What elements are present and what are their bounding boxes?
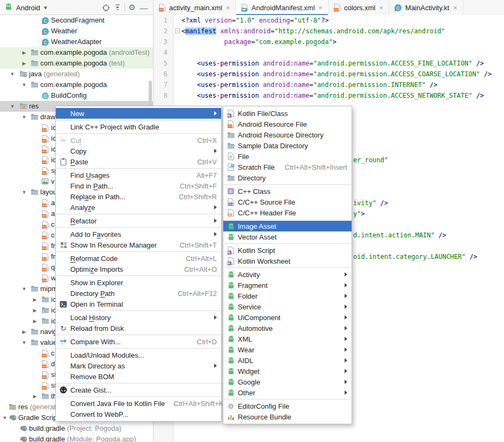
menu-item[interactable]: Mark Directory as [56, 360, 221, 371]
menu-item[interactable]: Find in Path...Ctrl+Shift+F [56, 180, 221, 191]
tree-item[interactable]: build.gradle (Module: Pogoda.app) [0, 434, 153, 442]
menu-item[interactable]: SC++ Class [223, 186, 352, 197]
hide-panel-icon[interactable]: — [138, 2, 150, 13]
tree-expand-arrow-icon[interactable]: ▶ [21, 50, 27, 55]
project-panel-header[interactable]: Android ▼ ⚙ — [0, 0, 153, 15]
menu-separator [224, 219, 351, 220]
tree-item[interactable]: ▶com.example.pogoda (androidTest) [0, 47, 153, 58]
tree-expand-arrow-icon[interactable]: ▶ [21, 61, 27, 66]
menu-item[interactable]: Refactor [56, 215, 221, 226]
menu-item[interactable]: PasteCtrl+V [56, 156, 221, 167]
toolbar-separator [125, 3, 125, 12]
menu-item[interactable]: ⚙EditorConfig File [223, 401, 352, 411]
menu-item-label: Analyze [68, 204, 95, 212]
collapse-all-icon[interactable] [112, 2, 123, 13]
project-view-selector[interactable]: Android [16, 4, 40, 12]
menu-item[interactable]: Scratch FileCtrl+Alt+Shift+Insert [223, 162, 352, 172]
menu-item[interactable]: Link C++ Project with Gradle [56, 121, 221, 132]
menu-item[interactable]: Vector Asset [223, 231, 352, 242]
tree-item[interactable]: ▼com.example.pogoda [0, 79, 153, 90]
menu-item[interactable]: Convert to WebP... [56, 409, 221, 419]
menu-item[interactable]: Directory [223, 172, 352, 183]
tab-close-icon[interactable]: × [379, 4, 383, 12]
menu-item[interactable]: Google [223, 376, 352, 387]
menu-item[interactable]: AIDL [223, 355, 352, 366]
tree-item[interactable]: CWeather [0, 26, 153, 37]
menu-item[interactable]: KKotlin Script [223, 245, 352, 256]
locate-file-icon[interactable] [100, 2, 112, 13]
tree-item[interactable]: ▶com.example.pogoda (test) [0, 58, 153, 69]
menu-item[interactable]: HC/C++ Header File [223, 207, 352, 218]
tree-expand-arrow-icon[interactable]: ▶ [32, 297, 38, 302]
tree-expand-arrow-icon[interactable]: ▶ [32, 318, 38, 324]
menu-item[interactable]: New [56, 108, 221, 119]
folder-icon [41, 296, 49, 303]
tab-close-icon[interactable]: × [226, 4, 230, 12]
menu-item[interactable]: Replace in Path...Ctrl+Shift+R [56, 191, 221, 202]
menu-item[interactable]: Automotive [223, 323, 352, 334]
submenu-arrow-icon [345, 358, 347, 363]
svg-text:<>: <> [42, 257, 47, 261]
tree-item[interactable]: CSecondFragment [0, 15, 153, 26]
tree-item[interactable]: ▼java (generated) [0, 69, 153, 79]
menu-item[interactable]: Add to Favorites [56, 229, 221, 240]
menu-item[interactable]: Activity [223, 269, 352, 280]
menu-item[interactable]: C++C/C++ Source File [223, 197, 352, 207]
menu-item[interactable]: Remove BOM [56, 371, 221, 382]
menu-item[interactable]: Service [223, 301, 352, 312]
tree-expand-arrow-icon[interactable]: ▼ [21, 340, 27, 345]
code-fold-icon[interactable]: − [175, 28, 180, 33]
menu-item[interactable]: Show In Resource ManagerCtrl+Shift+T [56, 240, 221, 250]
menu-item[interactable]: Analyze [56, 202, 221, 213]
tree-expand-arrow-icon[interactable]: ▶ [32, 308, 38, 313]
tree-item[interactable]: CBuildConfig [0, 90, 153, 101]
tree-expand-arrow-icon[interactable]: ▶ [21, 329, 27, 335]
menu-item[interactable]: Optimize ImportsCtrl+Alt+O [56, 264, 221, 274]
tab-close-icon[interactable]: × [453, 4, 457, 12]
menu-item[interactable]: Sample Data Directory [223, 140, 352, 151]
tree-expand-arrow-icon[interactable]: ▼ [10, 71, 15, 77]
menu-item[interactable]: <>Android Resource File [223, 119, 352, 129]
menu-item[interactable]: Convert Java File to Kotlin FileCtrl+Alt… [56, 398, 221, 409]
menu-item[interactable]: Wear [223, 344, 352, 355]
settings-gear-icon[interactable]: ⚙ [126, 2, 138, 13]
menu-item[interactable]: Image Asset [223, 221, 352, 231]
menu-item[interactable]: Fragment [223, 280, 352, 291]
editor-tab[interactable]: <>activity_main.xml× [154, 0, 236, 15]
menu-item[interactable]: Widget [223, 366, 352, 376]
menu-item[interactable]: File [223, 151, 352, 162]
editor-tab[interactable]: MFAndroidManifest.xml× [236, 0, 328, 15]
tree-item[interactable]: CWeatherAdapter [0, 37, 153, 47]
tree-expand-arrow-icon[interactable]: ▼ [10, 104, 15, 109]
menu-item[interactable]: Local History [56, 312, 221, 323]
menu-item[interactable]: Other [223, 387, 352, 398]
menu-item[interactable]: Compare With...Ctrl+D [56, 336, 221, 347]
editor-tab[interactable]: CMainActivity.kt× [389, 0, 463, 15]
tree-expand-arrow-icon[interactable]: ▼ [21, 286, 27, 292]
menu-item[interactable]: Reformat CodeCtrl+Alt+L [56, 253, 221, 264]
menu-item[interactable]: Load/Unload Modules... [56, 350, 221, 360]
menu-item[interactable]: Create Gist... [56, 385, 221, 395]
menu-item[interactable]: Folder [223, 291, 352, 301]
menu-item[interactable]: Resource Bundle [223, 411, 352, 422]
menu-item[interactable]: Android Resource Directory [223, 129, 352, 140]
tree-expand-arrow-icon[interactable]: ▼ [21, 114, 27, 120]
menu-item[interactable]: KKotlin File/Class [223, 108, 352, 119]
tree-expand-arrow-icon[interactable]: ▶ [32, 394, 38, 399]
tree-expand-arrow-icon[interactable]: ▼ [21, 82, 27, 88]
menu-item[interactable]: Show in Explorer [56, 277, 221, 288]
menu-item[interactable]: UiComponent [223, 312, 352, 323]
menu-item[interactable]: Copy [56, 146, 221, 156]
editor-tab[interactable]: <>colors.xml× [328, 0, 389, 15]
menu-item[interactable]: XML [223, 334, 352, 344]
tree-item[interactable]: build.gradle (Project: Pogoda) [0, 423, 153, 434]
tree-expand-arrow-icon[interactable]: ▼ [21, 190, 27, 195]
tree-expand-arrow-icon[interactable]: ▼ [2, 415, 8, 421]
menu-item[interactable]: ↻Reload from Disk [56, 323, 221, 334]
menu-item[interactable]: KKotlin Worksheet [223, 256, 352, 266]
menu-item[interactable]: Find UsagesAlt+F7 [56, 170, 221, 180]
tab-close-icon[interactable]: × [318, 4, 323, 12]
menu-item[interactable]: Open in Terminal [56, 299, 221, 309]
svg-text:<>: <> [42, 149, 47, 154]
menu-item[interactable]: Directory PathCtrl+Alt+F12 [56, 288, 221, 299]
